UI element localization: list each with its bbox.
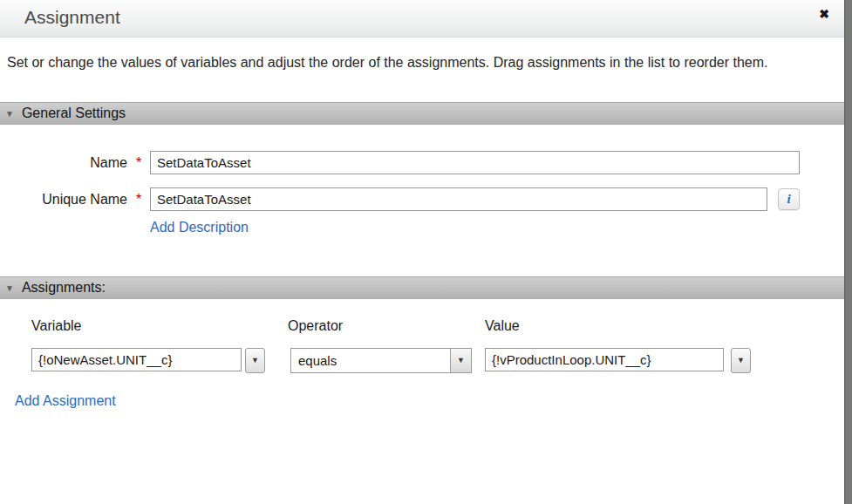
info-button[interactable]: i <box>778 188 800 210</box>
operator-column-label: Operator <box>288 318 343 334</box>
info-icon: i <box>787 192 790 206</box>
dialog-description: Set or change the values of variables an… <box>7 52 834 72</box>
close-icon[interactable]: ✖ <box>815 4 834 24</box>
chevron-down-icon: ▼ <box>450 349 471 372</box>
operator-select[interactable]: equals ▼ <box>290 348 472 373</box>
value-input[interactable] <box>485 348 724 371</box>
assignment-row: ▼ equals ▼ ▼ <box>0 348 844 373</box>
assignment-dialog: Assignment ✖ Set or change the values of… <box>0 0 844 504</box>
name-input[interactable] <box>150 151 800 174</box>
variable-combobox <box>31 348 242 371</box>
name-field-row: Name * <box>0 151 800 174</box>
background-strip <box>844 0 852 504</box>
general-settings-section-header[interactable]: ▼ General Settings <box>0 102 844 125</box>
add-assignment-link[interactable]: Add Assignment <box>15 393 116 409</box>
variable-column-label: Variable <box>31 318 82 334</box>
name-label: Name <box>0 155 127 171</box>
assignments-section-header[interactable]: ▼ Assignments: <box>0 276 844 299</box>
variable-input[interactable] <box>31 348 242 371</box>
variable-dropdown-button[interactable]: ▼ <box>245 348 265 373</box>
dialog-title: Assignment <box>24 7 120 28</box>
required-asterisk: * <box>127 192 150 208</box>
dialog-titlebar: Assignment ✖ <box>0 0 844 37</box>
unique-name-input[interactable] <box>150 187 767 211</box>
operator-selected-value: equals <box>298 353 337 368</box>
value-combobox <box>485 348 724 371</box>
general-settings-header-label: General Settings <box>22 106 126 121</box>
chevron-down-icon: ▼ <box>737 356 745 364</box>
value-column-label: Value <box>485 318 520 334</box>
collapse-icon: ▼ <box>5 109 14 119</box>
chevron-down-icon: ▼ <box>251 356 259 364</box>
collapse-icon: ▼ <box>5 283 14 293</box>
required-asterisk: * <box>127 155 150 171</box>
value-dropdown-button[interactable]: ▼ <box>731 348 751 373</box>
assignments-header-label: Assignments: <box>22 280 106 296</box>
unique-name-label: Unique Name <box>0 192 127 208</box>
unique-name-field-row: Unique Name * i <box>0 187 800 211</box>
add-description-link[interactable]: Add Description <box>150 220 249 235</box>
